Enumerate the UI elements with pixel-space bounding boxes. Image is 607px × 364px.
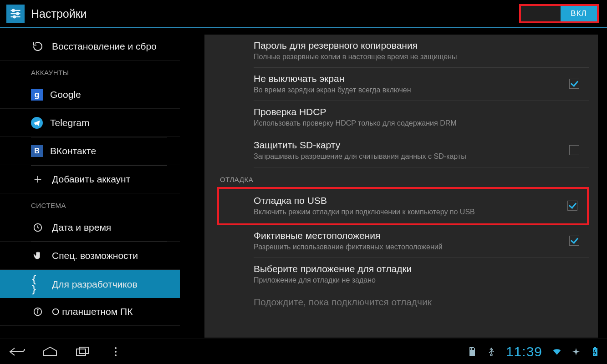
- sidebar-item-google[interactable]: g Google: [0, 81, 180, 109]
- sidebar-item-label: Спец. возможности: [52, 250, 138, 261]
- switch-on-region[interactable]: ВКЛ: [561, 6, 597, 21]
- sidebar-item-add-account[interactable]: Добавить аккаунт: [0, 166, 180, 193]
- svg-point-21: [490, 354, 492, 356]
- sidebar-item-date-time[interactable]: Дата и время: [0, 214, 180, 242]
- hand-icon: [31, 249, 45, 263]
- row-mock-locations[interactable]: Фиктивные местоположения Разрешить испол…: [254, 225, 589, 258]
- row-subtitle: Разрешить использование фиктивных местоп…: [254, 243, 563, 251]
- sidebar-item-accessibility[interactable]: Спец. возможности: [0, 242, 180, 270]
- checkbox-checked-icon[interactable]: [569, 79, 579, 89]
- switch-off-region[interactable]: [521, 6, 561, 21]
- row-wait-debugger: Подождите, пока подключится отладчик: [254, 291, 589, 316]
- row-title: Пароль для резервного копирования: [254, 40, 589, 51]
- sidebar-item-label: ВКонтакте: [50, 146, 96, 157]
- sidebar-item-label: Дата и время: [52, 222, 111, 233]
- battery-charging-icon[interactable]: [591, 347, 600, 356]
- svg-point-16: [115, 351, 117, 353]
- sidebar-item-label: О планшетном ПК: [52, 306, 133, 317]
- back-button[interactable]: [7, 344, 27, 360]
- row-subtitle: Запрашивать разрешение для считывания да…: [254, 152, 563, 161]
- sidebar-item-label: Восстановление и сбро: [52, 41, 157, 52]
- row-title: Фиктивные местоположения: [254, 230, 563, 241]
- svg-point-15: [115, 347, 117, 349]
- telegram-icon: [31, 117, 43, 129]
- row-subtitle: Полные резервные копии в настоящее время…: [254, 53, 589, 61]
- svg-point-17: [115, 354, 117, 356]
- sidebar-section-accounts: АККАУНТЫ: [0, 61, 180, 81]
- recent-apps-button[interactable]: [73, 344, 93, 360]
- action-bar: Настройки ВКЛ: [0, 0, 607, 28]
- row-subtitle: Во время зарядки экран будет всегда вклю…: [254, 86, 563, 94]
- sidebar-item-vk[interactable]: B ВКонтакте: [0, 137, 180, 165]
- svg-marker-12: [44, 347, 56, 355]
- svg-rect-18: [470, 348, 471, 350]
- row-select-debug-app[interactable]: Выберите приложение для отладки Приложен…: [254, 258, 589, 291]
- checkbox-checked-icon[interactable]: [567, 201, 577, 211]
- navigation-bar: 11:39: [0, 339, 607, 364]
- checkbox-unchecked-icon[interactable]: [569, 145, 579, 155]
- braces-icon: { }: [31, 278, 45, 291]
- sidebar-item-label: Добавить аккаунт: [52, 174, 130, 185]
- restore-icon: [31, 40, 45, 53]
- settings-icon: [6, 5, 25, 23]
- main-area: Восстановление и сбро АККАУНТЫ g Google …: [0, 28, 607, 338]
- plus-icon: [31, 172, 45, 186]
- svg-rect-14: [79, 347, 88, 354]
- row-hdcp[interactable]: Проверка HDCP Использовать проверку HDCP…: [254, 101, 589, 134]
- svg-rect-13: [77, 349, 86, 355]
- sidebar-item-label: Google: [50, 89, 81, 100]
- page-title: Настройки: [31, 7, 87, 20]
- row-stay-awake[interactable]: Не выключать экран Во время зарядки экра…: [254, 68, 589, 101]
- row-title: Отладка по USB: [254, 195, 561, 206]
- settings-sidebar: Восстановление и сбро АККАУНТЫ g Google …: [0, 28, 180, 338]
- svg-point-4: [16, 13, 19, 15]
- vk-icon: B: [31, 145, 43, 157]
- sidebar-section-system: СИСТЕМА: [0, 193, 180, 214]
- svg-rect-20: [473, 348, 474, 350]
- usb-icon[interactable]: [487, 347, 496, 356]
- sidebar-item-backup-reset[interactable]: Восстановление и сбро: [0, 33, 180, 61]
- menu-button[interactable]: [106, 344, 126, 360]
- row-subtitle: Включить режим отладки при подключении к…: [254, 208, 561, 216]
- sidebar-item-label: Telegram: [50, 117, 89, 128]
- status-clock[interactable]: 11:39: [506, 344, 542, 359]
- row-title: Не выключать экран: [254, 73, 563, 84]
- sidebar-item-telegram[interactable]: Telegram: [0, 109, 180, 137]
- svg-point-3: [12, 10, 15, 12]
- sd-card-icon[interactable]: [468, 347, 477, 356]
- airplane-mode-icon[interactable]: [571, 347, 581, 356]
- row-protect-sd[interactable]: Защитить SD-карту Запрашивать разрешение…: [254, 134, 589, 167]
- sidebar-item-about[interactable]: О планшетном ПК: [0, 298, 180, 326]
- google-icon: g: [31, 89, 43, 101]
- svg-rect-26: [594, 347, 596, 348]
- row-backup-password[interactable]: Пароль для резервного копирования Полные…: [254, 35, 589, 68]
- sidebar-item-developer[interactable]: { } Для разработчиков: [0, 270, 180, 298]
- row-title: Защитить SD-карту: [254, 140, 563, 151]
- row-subtitle: Использовать проверку HDCP только для со…: [254, 119, 589, 127]
- wifi-icon[interactable]: [552, 347, 561, 356]
- home-button[interactable]: [40, 344, 60, 360]
- row-title: Подождите, пока подключится отладчик: [254, 297, 589, 308]
- clock-icon: [31, 221, 45, 234]
- checkbox-checked-icon[interactable]: [569, 236, 579, 246]
- svg-point-5: [13, 16, 15, 18]
- sidebar-item-label: Для разработчиков: [52, 279, 138, 290]
- svg-rect-19: [472, 348, 473, 350]
- section-debug-header: ОТЛАДКА: [204, 167, 589, 187]
- svg-point-11: [37, 309, 38, 310]
- row-title: Проверка HDCP: [254, 106, 589, 117]
- row-title: Выберите приложение для отладки: [254, 263, 589, 274]
- row-usb-debugging[interactable]: Отладка по USB Включить режим отладки пр…: [217, 187, 589, 225]
- row-subtitle: Приложение для отладки не задано: [254, 276, 589, 284]
- info-icon: [31, 305, 45, 318]
- developer-options-panel: Пароль для резервного копирования Полные…: [204, 35, 598, 338]
- developer-master-switch[interactable]: ВКЛ: [519, 4, 599, 23]
